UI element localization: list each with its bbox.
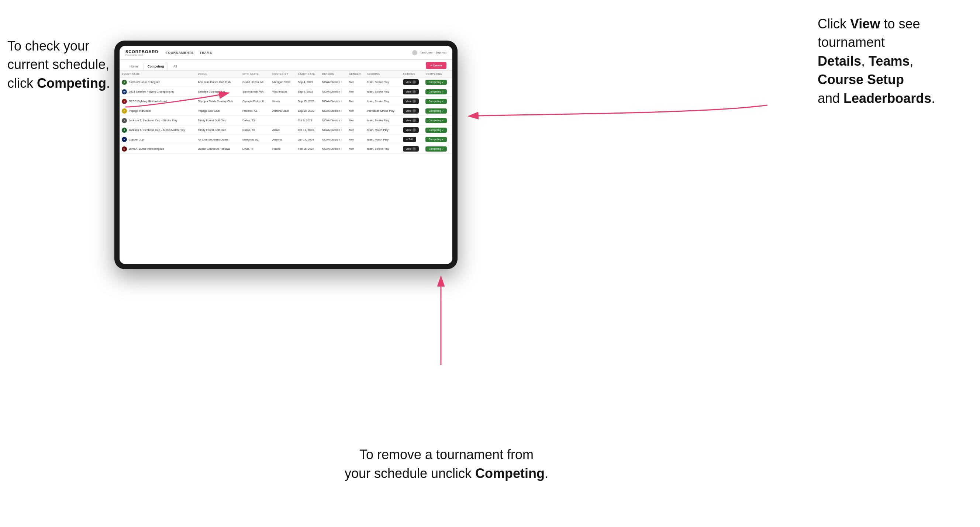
start-date-cell: Jan 14, 2024 — [296, 135, 320, 144]
division-cell: NCAA Division I — [320, 78, 347, 87]
col-hosted-by: HOSTED BY — [270, 71, 296, 78]
competing-button[interactable]: Competing ✓ — [425, 89, 447, 94]
nav-link-teams[interactable]: TEAMS — [200, 49, 212, 56]
competing-cell: Competing ✓ — [423, 87, 452, 97]
logo-title: SCOREBOARD — [126, 49, 158, 54]
competing-button[interactable]: Competing ✓ — [425, 146, 447, 152]
venue-cell: Trinity Forest Golf Club — [196, 116, 240, 125]
city-state-cell: Grand Haven, MI — [240, 78, 270, 87]
table-container: EVENT NAME VENUE CITY, STATE HOSTED BY S… — [119, 71, 452, 264]
annotation-tr-bold5: Leaderboards — [843, 91, 931, 106]
event-name-cell: P Papago Individual — [119, 106, 196, 116]
annotation-bottom: To remove a tournament from your schedul… — [317, 446, 576, 483]
annotation-tl-period: . — [106, 76, 110, 91]
view-button[interactable]: View i — [403, 127, 419, 133]
city-state-cell: Sammamish, WA — [240, 87, 270, 97]
tab-all[interactable]: All — [169, 63, 181, 70]
annotation-tr-line1: Click — [818, 16, 850, 31]
division-cell: NCAA Division I — [320, 87, 347, 97]
scoreboard-logo: SCOREBOARD Powered by clippl — [126, 49, 158, 56]
scoring-cell: team, Match Play — [365, 135, 401, 144]
hosted-by-cell: Illinois — [270, 97, 296, 106]
nav-link-tournaments[interactable]: TOURNAMENTS — [165, 49, 193, 56]
logo-sub: Powered by clippl — [126, 54, 158, 56]
hosted-by-cell: Washington — [270, 87, 296, 97]
view-button[interactable]: View i — [403, 108, 419, 114]
view-button[interactable]: View i — [403, 117, 419, 123]
tabs-container: Home Competing All — [126, 63, 181, 70]
view-button[interactable]: View i — [403, 98, 419, 104]
division-cell: NCAA Division I — [320, 106, 347, 116]
annotation-b-line1: To remove a tournament from — [360, 447, 533, 462]
col-actions: ACTIONS — [401, 71, 423, 78]
nav-username: Test User — [420, 51, 433, 54]
scoring-cell: individual, Stroke Play — [365, 106, 401, 116]
competing-button[interactable]: Competing ✓ — [425, 128, 447, 133]
tab-competing[interactable]: Competing — [143, 63, 168, 70]
edit-button[interactable]: ✏ Edit — [403, 137, 416, 142]
annotation-tl-line1: To check your — [7, 38, 89, 54]
hosted-by-cell: ABAC — [270, 125, 296, 135]
annotation-tr-line5: and — [818, 91, 843, 106]
hosted-by-cell — [270, 116, 296, 125]
gender-cell: Men — [347, 87, 365, 97]
action-cell: View i — [401, 106, 423, 116]
gender-cell: Men — [347, 106, 365, 116]
competing-cell: Competing ✓ — [423, 106, 452, 116]
action-cell: View i — [401, 144, 423, 154]
table-row: W 2023 Sahalee Players Championship Saha… — [119, 87, 452, 97]
scoring-cell: team, Stroke Play — [365, 144, 401, 154]
competing-button[interactable]: Competing ✓ — [425, 80, 447, 85]
start-date-cell: Sep 4, 2023 — [296, 78, 320, 87]
competing-button[interactable]: Competing ✓ — [425, 108, 447, 114]
hosted-by-cell: Michigan State — [270, 78, 296, 87]
event-name-cell: J Jackson T. Stephens Cup – Men's Match … — [119, 125, 196, 135]
action-cell: View i — [401, 87, 423, 97]
venue-cell: Ocean Course At Hokuala — [196, 144, 240, 154]
competing-button[interactable]: Competing ✓ — [425, 118, 447, 123]
tournaments-table: EVENT NAME VENUE CITY, STATE HOSTED BY S… — [119, 71, 452, 154]
col-event-name: EVENT NAME — [119, 71, 196, 78]
action-cell: View i — [401, 97, 423, 106]
table-header-row: EVENT NAME VENUE CITY, STATE HOSTED BY S… — [119, 71, 452, 78]
nav-right: Test User Sign out — [412, 50, 447, 55]
nav-bar: SCOREBOARD Powered by clippl TOURNAMENTS… — [119, 46, 452, 60]
division-cell: NCAA Division I — [320, 144, 347, 154]
view-button[interactable]: View i — [403, 89, 419, 94]
venue-cell: Papago Golf Club — [196, 106, 240, 116]
arrow-to-view-button — [469, 105, 767, 116]
annotation-tl-line2: current schedule, — [7, 57, 109, 72]
view-button[interactable]: View i — [403, 79, 419, 85]
col-venue: VENUE — [196, 71, 240, 78]
col-city-state: CITY, STATE — [240, 71, 270, 78]
table-row: J Jackson T. Stephens Cup – Men's Match … — [119, 125, 452, 135]
gender-cell: Men — [347, 116, 365, 125]
start-date-cell: Feb 15, 2024 — [296, 144, 320, 154]
gender-cell: Men — [347, 135, 365, 144]
tab-home[interactable]: Home — [126, 63, 142, 70]
venue-cell: Trinity Forest Golf Club — [196, 125, 240, 135]
create-button[interactable]: + Create — [426, 62, 447, 69]
annotation-tr-period: . — [931, 91, 935, 106]
hosted-by-cell: Hawaii — [270, 144, 296, 154]
division-cell: NCAA Division I — [320, 125, 347, 135]
division-cell: NCAA Division I — [320, 97, 347, 106]
annotation-b-period: . — [545, 466, 548, 481]
sign-out-link[interactable]: Sign out — [436, 51, 447, 54]
event-name-cell: F Folds of Honor Collegiate — [119, 78, 196, 87]
scoring-cell: team, Stroke Play — [365, 78, 401, 87]
venue-cell: Olympia Fields Country Club — [196, 97, 240, 106]
tab-bar: Home Competing All + Create — [119, 60, 452, 71]
start-date-cell: Sep 18, 2023 — [296, 106, 320, 116]
annotation-tr-bold1: View — [850, 16, 880, 31]
city-state-cell: Dallas, TX — [240, 116, 270, 125]
division-cell: NCAA Division I — [320, 135, 347, 144]
city-state-cell: Lihue, HI — [240, 144, 270, 154]
event-name: Papago Individual — [129, 109, 151, 113]
competing-button[interactable]: Competing ✓ — [425, 137, 447, 142]
annotation-top-right: Click View to see tournament Details, Te… — [818, 15, 973, 108]
view-button[interactable]: View i — [403, 146, 419, 152]
competing-button[interactable]: Competing ✓ — [425, 99, 447, 104]
competing-cell: Competing ✓ — [423, 116, 452, 125]
event-name-cell: H John A. Burns Intercollegiate — [119, 144, 196, 154]
